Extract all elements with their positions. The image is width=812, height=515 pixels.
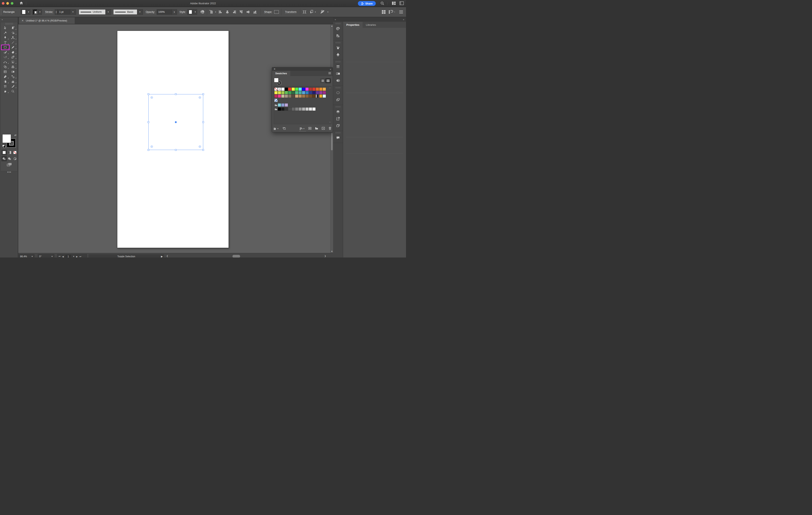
dock-drag-handle[interactable]	[336, 87, 341, 88]
style-label[interactable]: Style:	[179, 10, 186, 13]
swatch-pattern[interactable]	[274, 99, 278, 102]
artboard-dropdown-icon[interactable]: ▼	[73, 255, 75, 258]
new-color-group-icon[interactable]	[315, 127, 318, 130]
stroke-weight-dropdown[interactable]: ▼	[70, 9, 76, 14]
artboard-number-field[interactable]: 1	[65, 255, 71, 258]
swatch-none[interactable]	[274, 87, 278, 91]
hscroll-right-icon[interactable]: ❯	[324, 255, 326, 257]
swatch-color[interactable]	[278, 103, 281, 107]
swatch-color[interactable]	[291, 91, 295, 94]
gradient-panel-icon[interactable]	[333, 70, 343, 77]
stroke-color-control[interactable]: ▼	[32, 9, 42, 14]
free-transform-tool-icon[interactable]	[9, 60, 17, 64]
swatch-color[interactable]	[298, 91, 302, 94]
swatch-color[interactable]	[319, 87, 323, 91]
brush-definition-dropdown[interactable]: Basic	[113, 9, 137, 14]
swatch-color[interactable]	[285, 87, 288, 91]
blend-tool-icon[interactable]	[9, 74, 17, 79]
graphic-style-control[interactable]: ▼	[187, 9, 197, 14]
collapse-panel-icon[interactable]: «	[330, 68, 331, 70]
recolor-artwork-icon[interactable]	[200, 9, 205, 14]
swatch-color[interactable]	[298, 107, 302, 111]
paintbrush-tool-icon[interactable]	[9, 45, 17, 50]
next-artboard-icon[interactable]: ▶	[76, 255, 78, 258]
swatch-color[interactable]	[295, 87, 298, 91]
magic-wand-tool-icon[interactable]	[1, 30, 9, 35]
swatch-color[interactable]	[288, 107, 291, 111]
draw-normal-button[interactable]	[1, 156, 7, 161]
swatch-scroll-down-icon[interactable]: ⌄	[329, 121, 331, 123]
align-right-icon[interactable]	[232, 10, 236, 14]
dock-drag-handle[interactable]	[336, 23, 341, 24]
perspective-grid-tool-icon[interactable]	[9, 64, 17, 69]
fill-swatch[interactable]	[22, 10, 26, 14]
corner-radius-widget-sw[interactable]	[151, 146, 153, 148]
swatch-color[interactable]	[295, 94, 298, 98]
stroke-weight-stepper[interactable]: ▲▼	[55, 9, 58, 14]
align-v-center-icon[interactable]	[246, 10, 250, 14]
share-button[interactable]: Share	[358, 1, 376, 6]
swatch-color[interactable]	[274, 91, 278, 94]
none-button[interactable]	[12, 150, 18, 155]
selection-handle-e[interactable]	[202, 121, 204, 123]
swatch-color[interactable]	[278, 94, 281, 98]
arrange-documents-icon[interactable]	[392, 1, 396, 6]
corner-radius-widget-ne[interactable]	[199, 96, 201, 99]
swatch-color[interactable]	[309, 91, 312, 94]
search-icon[interactable]	[380, 1, 384, 6]
swatch-color[interactable]	[305, 107, 309, 111]
opacity-label[interactable]: Opacity:	[146, 10, 155, 13]
swatch-color[interactable]	[323, 87, 326, 91]
color-group-folder-icon[interactable]	[274, 103, 278, 107]
opacity-field[interactable]: 100%	[157, 9, 172, 14]
swatch-color[interactable]	[274, 94, 278, 98]
selection-handle-w[interactable]	[148, 121, 149, 123]
swatch-gradient-bw[interactable]	[316, 94, 319, 98]
swatch-color[interactable]	[298, 87, 302, 91]
swatch-color[interactable]	[298, 94, 302, 98]
swatch-color[interactable]	[285, 94, 288, 98]
stroke-swatch[interactable]	[33, 10, 37, 14]
color-group-folder-icon[interactable]	[274, 107, 278, 111]
hand-tool-icon[interactable]	[1, 89, 9, 94]
selected-rectangle[interactable]	[148, 94, 203, 150]
tab-properties[interactable]: Properties	[343, 22, 362, 28]
zoom-tool-icon[interactable]	[9, 89, 17, 94]
dock-drag-handle[interactable]	[336, 42, 341, 43]
panel-resize-handle[interactable]	[299, 131, 306, 132]
workspace-icon[interactable]: ▼	[388, 10, 396, 14]
swatch-scroll-up-icon[interactable]: ⌃	[329, 87, 331, 90]
document-tab[interactable]: ✕ Untitled-1* @ 86.4 % (RGB/Preview)	[19, 17, 75, 24]
direct-selection-tool-icon[interactable]	[9, 26, 17, 30]
artboards-panel-icon[interactable]	[333, 122, 343, 129]
screen-mode-button[interactable]	[1, 162, 18, 166]
swatch-color[interactable]	[291, 94, 295, 98]
shape-label[interactable]: Shape:	[264, 10, 272, 13]
first-artboard-icon[interactable]: ⏮	[59, 255, 60, 258]
workspace-switcher-icon[interactable]	[400, 1, 404, 6]
controlbar-drag-handle[interactable]	[1, 9, 2, 15]
transform-label[interactable]: Transform	[285, 10, 297, 13]
toolbar-drag-handle[interactable]	[5, 23, 13, 25]
swatch-transparency-pattern[interactable]	[323, 94, 326, 98]
swatch-registration[interactable]: ⌖	[278, 87, 281, 91]
color-button[interactable]	[1, 150, 7, 155]
dock-drag-handle[interactable]	[336, 132, 341, 133]
swatches-fill-stroke-indicator[interactable]	[274, 78, 281, 85]
eyedropper-tool-icon[interactable]	[1, 74, 9, 79]
zoom-level-dropdown[interactable]: 86.4%▼	[19, 254, 34, 258]
collapse-toolbar-icon[interactable]: «	[0, 17, 18, 22]
swatch-color[interactable]	[319, 91, 323, 94]
mesh-tool-icon[interactable]	[1, 69, 9, 74]
shaper-tool-icon[interactable]	[1, 50, 9, 55]
swatch-color[interactable]	[295, 107, 298, 111]
shape-options-icon[interactable]	[274, 10, 279, 14]
artboard-tool-icon[interactable]	[1, 84, 9, 89]
swatch-color[interactable]	[312, 91, 316, 94]
new-swatch-icon[interactable]	[322, 127, 325, 130]
dock-drag-handle[interactable]	[336, 106, 341, 108]
color-guide-panel-icon[interactable]	[333, 32, 343, 39]
vertical-scrollbar[interactable]: ▲ ▼	[330, 24, 333, 253]
tab-swatches[interactable]: Swatches	[272, 71, 290, 76]
horizontal-scroll-thumb[interactable]	[232, 255, 240, 258]
